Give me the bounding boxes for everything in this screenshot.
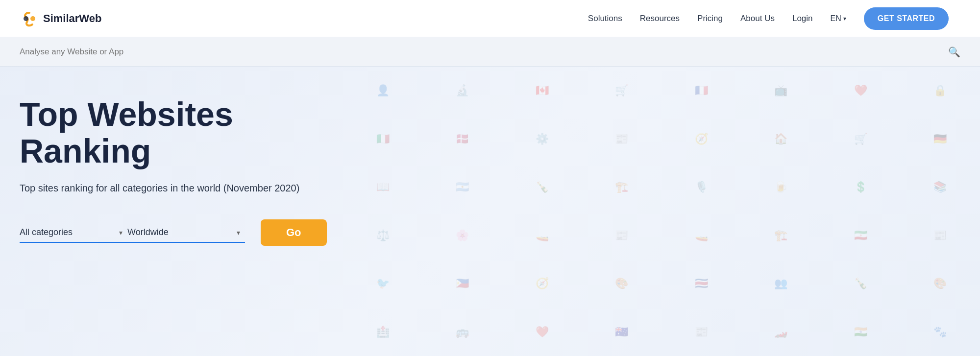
bg-icon: 📰 [582,212,662,260]
bg-icon: 🚤 [662,212,741,260]
bg-icon: 🏠 [741,115,821,164]
bg-icon: 👥 [741,260,821,308]
get-started-button[interactable]: GET STARTED [864,7,949,30]
language-selector[interactable]: EN ▾ [831,14,846,23]
logo[interactable]: SimilarWeb [20,9,101,28]
bg-icon: ❤️ [502,308,582,356]
search-button[interactable]: 🔍 [948,46,960,58]
bg-icon: 🇦🇺 [582,308,662,356]
hero-title: Top Websites Ranking [20,96,314,169]
bg-icon: 🍺 [741,163,821,212]
nav-about-us[interactable]: About Us [740,14,775,24]
bg-icon: 🏗️ [741,212,821,260]
bg-icon: 🧭 [502,260,582,308]
bg-icon: 🏥 [343,308,423,356]
chevron-down-icon: ▾ [843,15,846,22]
bg-icon: 🧭 [662,115,741,164]
nav-login[interactable]: Login [792,14,813,24]
svg-point-1 [24,16,28,21]
bg-icon: 📖 [343,163,423,212]
go-button[interactable]: Go [261,219,327,246]
bg-icon: 🎙️ [662,163,741,212]
bg-icon: 🇩🇰 [423,115,503,164]
bg-icon: 🇮🇳 [821,308,901,356]
hero-subtitle: Top sites ranking for all categories in … [20,181,314,195]
bg-icon: 💲 [821,163,901,212]
nav-solutions[interactable]: Solutions [588,14,622,24]
hero-section: 👤🔬🇨🇦🛒🇫🇷📺❤️🔒🇮🇹🇩🇰⚙️📰🧭🏠🛒🇩🇪📖🇦🇷🍾🏗️🎙️🍺💲📚⚖️🌸🚤📰🚤… [0,67,980,356]
hero-content: Top Websites Ranking Top sites ranking f… [20,96,314,246]
bg-icon: 🇨🇷 [662,260,741,308]
bg-icon: 🇫🇷 [662,67,741,115]
bg-icon: 🇵🇭 [423,260,503,308]
logo-icon [20,9,39,28]
bg-icon: 🇮🇷 [821,212,901,260]
logo-text: SimilarWeb [43,12,101,25]
bg-icon: 🍾 [502,163,582,212]
bg-icon: 🚤 [502,212,582,260]
bg-icon: 🍾 [821,260,901,308]
bg-icon: 🌸 [423,212,503,260]
nav-resources[interactable]: Resources [640,14,680,24]
bg-icon: 🎨 [582,260,662,308]
bg-icon: 🐾 [901,308,980,356]
bg-icon: ⚙️ [502,115,582,164]
language-label: EN [831,14,841,23]
bg-icon: ⚖️ [343,212,423,260]
category-select[interactable]: All categories News & Media Social Netwo… [20,222,127,243]
bg-icon: 🇮🇹 [343,115,423,164]
category-select-wrap: All categories News & Media Social Netwo… [20,222,127,243]
bg-icon: 📰 [582,115,662,164]
bg-icon: 📰 [662,308,741,356]
bg-icon: 🔬 [423,67,503,115]
nav-links: Solutions Resources Pricing About Us Log… [588,7,949,30]
bg-icon: ❤️ [821,67,901,115]
bg-icon: 🏎️ [741,308,821,356]
bg-icon: 🔒 [901,67,980,115]
bg-icon: 🛒 [582,67,662,115]
search-icon: 🔍 [948,47,960,57]
location-select[interactable]: Worldwide United States United Kingdom C… [127,222,245,243]
nav-pricing[interactable]: Pricing [697,14,723,24]
bg-icon: 📺 [741,67,821,115]
bg-icon: 🏗️ [582,163,662,212]
bg-icon: 🇨🇦 [502,67,582,115]
bg-icon: 📰 [901,212,980,260]
location-select-wrap: Worldwide United States United Kingdom C… [127,222,245,243]
svg-point-2 [30,16,35,21]
bg-icon: 🛒 [821,115,901,164]
search-input[interactable] [20,47,948,57]
bg-icon: 🎨 [901,260,980,308]
background-icons: 👤🔬🇨🇦🛒🇫🇷📺❤️🔒🇮🇹🇩🇰⚙️📰🧭🏠🛒🇩🇪📖🇦🇷🍾🏗️🎙️🍺💲📚⚖️🌸🚤📰🚤… [343,67,980,356]
bg-icon: 🇩🇪 [901,115,980,164]
bg-icon: 🐦 [343,260,423,308]
bg-icon: 🚌 [423,308,503,356]
bg-icon: 📚 [901,163,980,212]
bg-icon: 🇦🇷 [423,163,503,212]
bg-icon: 👤 [343,67,423,115]
filter-row: All categories News & Media Social Netwo… [20,219,314,246]
search-bar: 🔍 [0,37,980,67]
navbar: SimilarWeb Solutions Resources Pricing A… [0,0,980,37]
